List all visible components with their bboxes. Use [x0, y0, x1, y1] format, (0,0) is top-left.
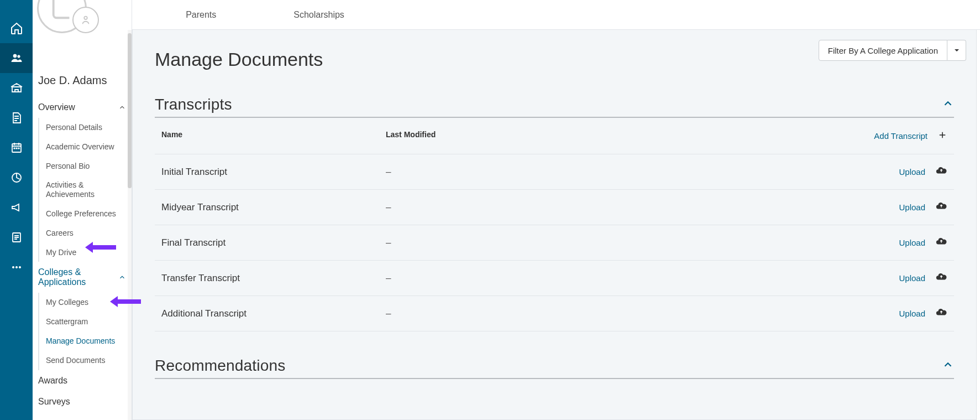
row-modified: –: [386, 202, 859, 213]
row-name: Final Transcript: [161, 237, 386, 248]
rail-document[interactable]: [0, 103, 33, 133]
sidebar-item-personal-details[interactable]: Personal Details: [39, 118, 132, 137]
menu-surveys-label: Surveys: [38, 397, 70, 407]
sidebar-item-activities[interactable]: Activities & Achievements: [39, 175, 132, 204]
student-sidebar: Joe D. Adams Overview Personal Details A…: [33, 0, 132, 420]
row-modified: –: [386, 237, 859, 248]
upload-link[interactable]: Upload: [899, 273, 925, 283]
transcripts-heading: Transcripts: [155, 96, 232, 113]
add-transcript-link[interactable]: Add Transcript: [874, 131, 927, 141]
table-row: Final Transcript–Upload: [155, 225, 954, 261]
upload-link[interactable]: Upload: [899, 309, 925, 318]
col-modified: Last Modified: [386, 130, 859, 142]
rail-more[interactable]: [0, 252, 33, 282]
row-modified: –: [386, 308, 859, 319]
plus-icon[interactable]: [937, 130, 947, 142]
filter-group: Filter By A College Application: [819, 40, 966, 61]
cloud-upload-icon[interactable]: [935, 164, 947, 179]
menu-awards[interactable]: Awards: [33, 370, 132, 391]
recommendations-heading: Recommendations: [155, 357, 285, 375]
svg-point-8: [12, 266, 14, 268]
rail-announce[interactable]: [0, 193, 33, 222]
tab-scholarships[interactable]: Scholarships: [294, 10, 344, 20]
recommendations-section: Recommendations: [155, 357, 954, 379]
sidebar-item-academic-overview[interactable]: Academic Overview: [39, 137, 132, 157]
menu-overview[interactable]: Overview: [33, 97, 132, 118]
rail-calendar[interactable]: [0, 133, 33, 163]
transcripts-table: Name Last Modified Add Transcript Initia…: [155, 118, 954, 331]
collapse-transcripts[interactable]: [942, 97, 954, 112]
annotation-arrow-colleges: [83, 239, 117, 256]
menu-surveys[interactable]: Surveys: [33, 391, 132, 412]
svg-point-0: [13, 54, 17, 58]
student-name: Joe D. Adams: [33, 72, 132, 97]
svg-rect-4: [16, 148, 17, 149]
filter-dropdown[interactable]: [947, 40, 966, 61]
svg-rect-5: [18, 148, 19, 149]
svg-point-10: [19, 266, 20, 268]
cloud-upload-icon[interactable]: [935, 271, 947, 286]
chevron-up-icon: [118, 103, 126, 111]
menu-colleges-label: Colleges & Applications: [38, 267, 118, 287]
table-row: Transfer Transcript–Upload: [155, 261, 954, 296]
transcripts-section: Transcripts Name Last Modified Add Trans…: [155, 96, 954, 331]
sidebar-item-scattergram[interactable]: Scattergram: [39, 312, 132, 331]
menu-awards-label: Awards: [38, 376, 67, 386]
sidebar-item-manage-documents[interactable]: Manage Documents: [39, 331, 132, 351]
cloud-upload-icon[interactable]: [935, 235, 947, 250]
svg-point-1: [17, 55, 19, 58]
rail-school[interactable]: [0, 73, 33, 103]
table-row: Midyear Transcript–Upload: [155, 190, 954, 225]
row-name: Transfer Transcript: [161, 273, 386, 284]
rail-reports[interactable]: [0, 163, 33, 193]
svg-point-9: [15, 266, 17, 268]
annotation-arrow-manage-docs: [108, 293, 142, 310]
main-content: Manage Documents Filter By A College App…: [132, 30, 977, 420]
svg-point-11: [84, 17, 87, 19]
cloud-upload-icon[interactable]: [935, 200, 947, 215]
upload-link[interactable]: Upload: [899, 167, 925, 177]
menu-colleges[interactable]: Colleges & Applications: [33, 262, 132, 293]
sidebar-item-college-preferences[interactable]: College Preferences: [39, 204, 132, 224]
upload-link[interactable]: Upload: [899, 238, 925, 247]
top-tabs: Roster Parents Scholarships: [33, 0, 980, 30]
student-avatar: [37, 6, 103, 72]
cloud-upload-icon[interactable]: [935, 306, 947, 321]
table-row: Initial Transcript–Upload: [155, 154, 954, 190]
chevron-up-icon: [118, 273, 126, 281]
menu-overview-label: Overview: [38, 102, 75, 112]
tab-parents[interactable]: Parents: [186, 10, 216, 20]
col-name: Name: [161, 130, 386, 142]
table-header: Name Last Modified Add Transcript: [155, 118, 954, 154]
row-modified: –: [386, 167, 859, 178]
row-name: Initial Transcript: [161, 167, 386, 178]
rail-home[interactable]: [0, 13, 33, 43]
table-row: Additional Transcript–Upload: [155, 296, 954, 331]
collapse-recommendations[interactable]: [942, 359, 954, 373]
svg-rect-3: [14, 148, 15, 149]
sidebar-item-send-documents[interactable]: Send Documents: [39, 351, 132, 370]
nav-rail: [0, 0, 33, 420]
row-modified: –: [386, 273, 859, 284]
scrollbar[interactable]: [128, 30, 132, 420]
row-name: Additional Transcript: [161, 308, 386, 319]
row-name: Midyear Transcript: [161, 202, 386, 213]
rail-list[interactable]: [0, 222, 33, 252]
upload-link[interactable]: Upload: [899, 203, 925, 212]
rail-people[interactable]: [0, 43, 33, 73]
filter-button[interactable]: Filter By A College Application: [819, 40, 947, 61]
sidebar-item-personal-bio[interactable]: Personal Bio: [39, 157, 132, 176]
